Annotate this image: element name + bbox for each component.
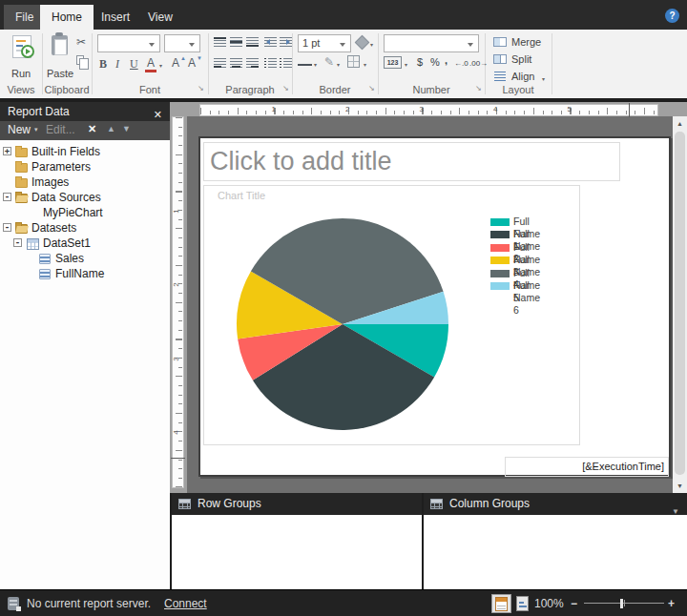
- new-caret-icon[interactable]: ▾: [34, 126, 38, 133]
- pie-chart-item[interactable]: Chart Title Full Name 1Full Name 2Full N…: [203, 185, 580, 445]
- number-dialog-launcher-icon[interactable]: ↘: [475, 84, 482, 92]
- align-button[interactable]: Align: [511, 71, 534, 82]
- zoom-in-button[interactable]: +: [668, 597, 675, 610]
- tree-item-fullname[interactable]: FullName: [0, 266, 170, 281]
- collapse-icon[interactable]: -: [3, 223, 11, 232]
- scroll-up-icon[interactable]: ▲: [673, 120, 687, 127]
- font-color-button[interactable]: A: [147, 56, 155, 70]
- collapse-icon[interactable]: -: [3, 193, 11, 201]
- connect-link[interactable]: Connect: [164, 597, 207, 610]
- report-page[interactable]: Click to add title Chart Title Full Name…: [198, 136, 671, 477]
- scroll-down-icon[interactable]: ▼: [673, 483, 687, 489]
- number-format-select[interactable]: [384, 34, 479, 52]
- zoom-level: 100%: [534, 597, 564, 610]
- borders-grid-icon[interactable]: [347, 55, 360, 68]
- cut-icon[interactable]: ✂: [76, 35, 86, 49]
- font-name-select[interactable]: [97, 34, 160, 52]
- italic-button[interactable]: I: [115, 57, 119, 72]
- border-color-caret-icon[interactable]: ▾: [337, 61, 340, 68]
- align-right-button[interactable]: [246, 58, 259, 68]
- tree-item-built-in-fields[interactable]: +Built-in Fields: [0, 144, 170, 159]
- design-canvas[interactable]: Click to add title Chart Title Full Name…: [187, 116, 673, 493]
- design-view-button[interactable]: [491, 594, 511, 613]
- percent-button[interactable]: %: [430, 56, 440, 68]
- align-caret-icon[interactable]: ▾: [542, 75, 545, 82]
- tab-home[interactable]: Home: [40, 5, 94, 30]
- align-middle-button[interactable]: [230, 37, 242, 47]
- font-dialog-launcher-icon[interactable]: ↘: [198, 84, 204, 92]
- column-groups-body[interactable]: [424, 515, 687, 589]
- move-down-icon[interactable]: ▼: [122, 124, 131, 133]
- zoom-slider-thumb[interactable]: [620, 599, 623, 608]
- tree-item-images[interactable]: Images: [0, 175, 170, 190]
- new-button[interactable]: New: [8, 123, 31, 136]
- increase-indent-button[interactable]: [280, 37, 292, 47]
- underline-button[interactable]: U: [130, 57, 138, 72]
- group-label-number: Number: [378, 84, 485, 95]
- collapse-icon[interactable]: -: [13, 238, 22, 247]
- align-center-button[interactable]: [230, 58, 242, 68]
- chart-title[interactable]: Chart Title: [218, 190, 265, 201]
- align-left-button[interactable]: [214, 58, 226, 68]
- font-color-caret-icon[interactable]: ▾: [159, 62, 162, 69]
- border-style-caret-icon[interactable]: ▾: [314, 61, 317, 68]
- expand-icon[interactable]: +: [3, 147, 11, 155]
- align-top-button[interactable]: [214, 37, 226, 47]
- shrink-font-button[interactable]: A: [188, 56, 196, 70]
- tree-item-mypiechart[interactable]: MyPieChart: [0, 205, 170, 220]
- bullet-list-button[interactable]: [264, 58, 277, 68]
- fill-color-caret-icon[interactable]: ▾: [370, 41, 373, 48]
- ruler-margin-marker: [629, 103, 630, 117]
- number-format-icon[interactable]: 123: [384, 56, 402, 69]
- move-up-icon[interactable]: ▲: [107, 124, 115, 133]
- row-groups-header[interactable]: Row Groups: [172, 493, 422, 515]
- delete-icon[interactable]: ✕: [88, 123, 96, 135]
- border-dialog-launcher-icon[interactable]: ↘: [368, 84, 375, 92]
- paragraph-dialog-launcher-icon[interactable]: ↘: [282, 84, 289, 92]
- increase-decimal-button[interactable]: ←.0: [454, 59, 468, 68]
- vertical-ruler: 1234: [172, 116, 184, 488]
- zoom-out-button[interactable]: −: [571, 597, 577, 610]
- grow-font-button[interactable]: A: [172, 56, 179, 70]
- run-view-button[interactable]: [516, 596, 529, 611]
- scrollbar-thumb[interactable]: [675, 132, 685, 475]
- font-size-select[interactable]: [164, 34, 200, 52]
- decrease-decimal-button[interactable]: .00→: [469, 59, 488, 68]
- row-groups-body[interactable]: [172, 515, 422, 589]
- legend-swatch: [490, 218, 510, 226]
- borders-caret-icon[interactable]: ▾: [364, 61, 366, 68]
- border-style-icon[interactable]: [298, 64, 312, 66]
- grow-font-caret-icon: ▲: [180, 55, 186, 61]
- bold-button[interactable]: B: [99, 57, 107, 72]
- split-button[interactable]: Split: [511, 53, 531, 65]
- tab-insert[interactable]: Insert: [90, 5, 141, 30]
- fill-color-icon[interactable]: [355, 35, 370, 51]
- help-icon[interactable]: ?: [665, 9, 679, 23]
- tree-item-parameters[interactable]: Parameters: [0, 159, 170, 175]
- copy-icon[interactable]: [76, 55, 84, 65]
- border-color-pen-icon[interactable]: ✎: [324, 55, 334, 69]
- column-groups-header[interactable]: Column Groups ▼: [424, 493, 687, 515]
- number-format-caret-icon[interactable]: ▾: [405, 61, 407, 68]
- execution-time-textbox[interactable]: [&ExecutionTime]: [505, 457, 669, 477]
- merge-button[interactable]: Merge: [511, 36, 541, 48]
- vertical-scrollbar[interactable]: ▲ ▼: [673, 116, 687, 493]
- split-cells-icon: [493, 54, 507, 64]
- ribbon: Run Views Paste ✂ Clipboard B I U A ▾ A …: [0, 30, 687, 98]
- currency-button[interactable]: $: [417, 56, 423, 68]
- tree-item-datasets[interactable]: -Datasets: [0, 220, 170, 236]
- tab-file[interactable]: File: [4, 5, 45, 30]
- tab-view[interactable]: View: [136, 5, 184, 30]
- tree-item-data-sources[interactable]: -Data Sources: [0, 190, 170, 205]
- decrease-indent-button[interactable]: [264, 37, 277, 47]
- tree-item-dataset1[interactable]: -DataSet1: [0, 236, 170, 251]
- report-title-placeholder[interactable]: Click to add title: [203, 142, 620, 181]
- align-bottom-button[interactable]: [246, 37, 259, 47]
- border-width-select[interactable]: 1 pt: [298, 34, 351, 52]
- comma-button[interactable]: ,: [445, 54, 448, 66]
- tree-item-sales[interactable]: Sales: [0, 251, 170, 266]
- group-label-font: Font: [92, 84, 208, 95]
- legend-swatch: [490, 231, 510, 238]
- edit-button[interactable]: Edit...: [46, 123, 75, 136]
- numbered-list-button[interactable]: [280, 58, 292, 68]
